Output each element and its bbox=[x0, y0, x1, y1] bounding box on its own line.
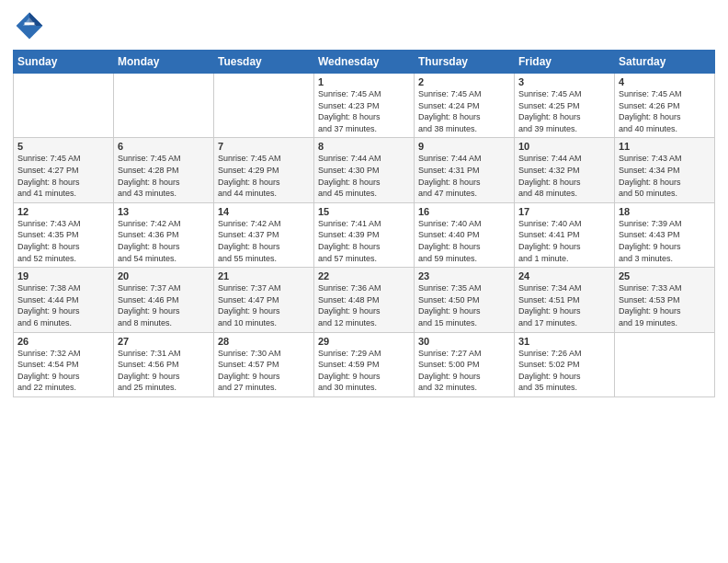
week-row-2: 5Sunrise: 7:45 AM Sunset: 4:27 PM Daylig… bbox=[14, 138, 715, 202]
day-number: 6 bbox=[118, 141, 210, 152]
day-cell: 14Sunrise: 7:42 AM Sunset: 4:37 PM Dayli… bbox=[214, 202, 314, 267]
day-cell: 6Sunrise: 7:45 AM Sunset: 4:28 PM Daylig… bbox=[114, 138, 214, 202]
day-info: Sunrise: 7:37 AM Sunset: 4:46 PM Dayligh… bbox=[118, 282, 210, 328]
day-number: 29 bbox=[318, 336, 410, 347]
day-cell: 7Sunrise: 7:45 AM Sunset: 4:29 PM Daylig… bbox=[214, 138, 314, 202]
day-cell: 8Sunrise: 7:44 AM Sunset: 4:30 PM Daylig… bbox=[314, 138, 415, 202]
day-number: 20 bbox=[118, 270, 210, 282]
day-cell: 10Sunrise: 7:44 AM Sunset: 4:32 PM Dayli… bbox=[515, 138, 615, 202]
day-number: 26 bbox=[17, 336, 109, 347]
day-info: Sunrise: 7:45 AM Sunset: 4:23 PM Dayligh… bbox=[318, 88, 410, 134]
day-info: Sunrise: 7:40 AM Sunset: 4:40 PM Dayligh… bbox=[418, 218, 510, 264]
day-info: Sunrise: 7:29 AM Sunset: 4:59 PM Dayligh… bbox=[318, 348, 410, 394]
day-info: Sunrise: 7:44 AM Sunset: 4:32 PM Dayligh… bbox=[518, 153, 610, 199]
day-header-tuesday: Tuesday bbox=[214, 51, 314, 74]
day-number: 25 bbox=[619, 270, 711, 282]
day-info: Sunrise: 7:44 AM Sunset: 4:30 PM Dayligh… bbox=[318, 153, 410, 199]
day-cell: 13Sunrise: 7:42 AM Sunset: 4:36 PM Dayli… bbox=[114, 202, 214, 267]
calendar-table: SundayMondayTuesdayWednesdayThursdayFrid… bbox=[13, 50, 715, 397]
day-number: 10 bbox=[518, 141, 610, 152]
day-number: 24 bbox=[518, 270, 610, 282]
day-cell: 15Sunrise: 7:41 AM Sunset: 4:39 PM Dayli… bbox=[314, 202, 415, 267]
day-info: Sunrise: 7:43 AM Sunset: 4:34 PM Dayligh… bbox=[619, 153, 711, 199]
day-cell: 25Sunrise: 7:33 AM Sunset: 4:53 PM Dayli… bbox=[615, 268, 715, 332]
day-info: Sunrise: 7:33 AM Sunset: 4:53 PM Dayligh… bbox=[619, 282, 711, 328]
day-cell: 22Sunrise: 7:36 AM Sunset: 4:48 PM Dayli… bbox=[314, 268, 415, 332]
day-cell bbox=[114, 74, 214, 138]
day-number: 8 bbox=[318, 141, 410, 152]
day-cell: 1Sunrise: 7:45 AM Sunset: 4:23 PM Daylig… bbox=[314, 74, 415, 138]
day-info: Sunrise: 7:38 AM Sunset: 4:44 PM Dayligh… bbox=[17, 282, 109, 328]
day-cell: 4Sunrise: 7:45 AM Sunset: 4:26 PM Daylig… bbox=[615, 74, 715, 138]
logo bbox=[13, 9, 50, 42]
day-header-wednesday: Wednesday bbox=[314, 51, 415, 74]
day-info: Sunrise: 7:41 AM Sunset: 4:39 PM Dayligh… bbox=[318, 218, 410, 264]
day-header-monday: Monday bbox=[114, 51, 214, 74]
day-info: Sunrise: 7:45 AM Sunset: 4:24 PM Dayligh… bbox=[418, 88, 510, 134]
page: SundayMondayTuesdayWednesdayThursdayFrid… bbox=[0, 0, 728, 563]
day-number: 27 bbox=[118, 336, 210, 347]
day-cell: 24Sunrise: 7:34 AM Sunset: 4:51 PM Dayli… bbox=[515, 268, 615, 332]
day-number: 12 bbox=[17, 206, 109, 217]
day-cell: 26Sunrise: 7:32 AM Sunset: 4:54 PM Dayli… bbox=[14, 332, 114, 396]
day-info: Sunrise: 7:44 AM Sunset: 4:31 PM Dayligh… bbox=[418, 153, 510, 199]
day-number: 3 bbox=[518, 76, 610, 87]
day-info: Sunrise: 7:40 AM Sunset: 4:41 PM Dayligh… bbox=[518, 218, 610, 264]
day-info: Sunrise: 7:45 AM Sunset: 4:27 PM Dayligh… bbox=[17, 153, 109, 199]
day-info: Sunrise: 7:27 AM Sunset: 5:00 PM Dayligh… bbox=[418, 348, 510, 394]
day-cell: 11Sunrise: 7:43 AM Sunset: 4:34 PM Dayli… bbox=[615, 138, 715, 202]
day-info: Sunrise: 7:36 AM Sunset: 4:48 PM Dayligh… bbox=[318, 282, 410, 328]
day-info: Sunrise: 7:37 AM Sunset: 4:47 PM Dayligh… bbox=[218, 282, 310, 328]
logo-icon bbox=[13, 9, 46, 42]
day-number: 18 bbox=[619, 206, 711, 217]
day-cell: 9Sunrise: 7:44 AM Sunset: 4:31 PM Daylig… bbox=[415, 138, 515, 202]
day-info: Sunrise: 7:32 AM Sunset: 4:54 PM Dayligh… bbox=[17, 348, 109, 394]
day-number: 21 bbox=[218, 270, 310, 282]
day-cell: 30Sunrise: 7:27 AM Sunset: 5:00 PM Dayli… bbox=[415, 332, 515, 396]
day-header-thursday: Thursday bbox=[415, 51, 515, 74]
day-header-friday: Friday bbox=[515, 51, 615, 74]
day-cell: 17Sunrise: 7:40 AM Sunset: 4:41 PM Dayli… bbox=[515, 202, 615, 267]
day-number: 22 bbox=[318, 270, 410, 282]
day-info: Sunrise: 7:45 AM Sunset: 4:29 PM Dayligh… bbox=[218, 153, 310, 199]
day-info: Sunrise: 7:45 AM Sunset: 4:26 PM Dayligh… bbox=[619, 88, 711, 134]
day-number: 15 bbox=[318, 206, 410, 217]
day-info: Sunrise: 7:42 AM Sunset: 4:37 PM Dayligh… bbox=[218, 218, 310, 264]
day-number: 19 bbox=[17, 270, 109, 282]
day-number: 23 bbox=[418, 270, 510, 282]
day-info: Sunrise: 7:34 AM Sunset: 4:51 PM Dayligh… bbox=[518, 282, 610, 328]
day-cell: 23Sunrise: 7:35 AM Sunset: 4:50 PM Dayli… bbox=[415, 268, 515, 332]
day-cell: 3Sunrise: 7:45 AM Sunset: 4:25 PM Daylig… bbox=[515, 74, 615, 138]
day-info: Sunrise: 7:31 AM Sunset: 4:56 PM Dayligh… bbox=[118, 348, 210, 394]
day-cell: 28Sunrise: 7:30 AM Sunset: 4:57 PM Dayli… bbox=[214, 332, 314, 396]
day-number: 17 bbox=[518, 206, 610, 217]
week-row-5: 26Sunrise: 7:32 AM Sunset: 4:54 PM Dayli… bbox=[14, 332, 715, 396]
header-row: SundayMondayTuesdayWednesdayThursdayFrid… bbox=[14, 51, 715, 74]
day-number: 30 bbox=[418, 336, 510, 347]
day-cell: 29Sunrise: 7:29 AM Sunset: 4:59 PM Dayli… bbox=[314, 332, 415, 396]
day-cell: 16Sunrise: 7:40 AM Sunset: 4:40 PM Dayli… bbox=[415, 202, 515, 267]
day-cell: 31Sunrise: 7:26 AM Sunset: 5:02 PM Dayli… bbox=[515, 332, 615, 396]
day-cell: 12Sunrise: 7:43 AM Sunset: 4:35 PM Dayli… bbox=[14, 202, 114, 267]
day-number: 31 bbox=[518, 336, 610, 347]
day-cell: 18Sunrise: 7:39 AM Sunset: 4:43 PM Dayli… bbox=[615, 202, 715, 267]
day-info: Sunrise: 7:35 AM Sunset: 4:50 PM Dayligh… bbox=[418, 282, 510, 328]
day-cell: 21Sunrise: 7:37 AM Sunset: 4:47 PM Dayli… bbox=[214, 268, 314, 332]
day-number: 1 bbox=[318, 76, 410, 87]
day-number: 4 bbox=[619, 76, 711, 87]
day-cell bbox=[214, 74, 314, 138]
day-info: Sunrise: 7:39 AM Sunset: 4:43 PM Dayligh… bbox=[619, 218, 711, 264]
header bbox=[13, 9, 715, 42]
day-info: Sunrise: 7:30 AM Sunset: 4:57 PM Dayligh… bbox=[218, 348, 310, 394]
day-cell bbox=[615, 332, 715, 396]
day-info: Sunrise: 7:43 AM Sunset: 4:35 PM Dayligh… bbox=[17, 218, 109, 264]
day-info: Sunrise: 7:45 AM Sunset: 4:25 PM Dayligh… bbox=[518, 88, 610, 134]
day-info: Sunrise: 7:26 AM Sunset: 5:02 PM Dayligh… bbox=[518, 348, 610, 394]
day-number: 14 bbox=[218, 206, 310, 217]
day-header-saturday: Saturday bbox=[615, 51, 715, 74]
day-cell: 2Sunrise: 7:45 AM Sunset: 4:24 PM Daylig… bbox=[415, 74, 515, 138]
day-header-sunday: Sunday bbox=[14, 51, 114, 74]
day-number: 2 bbox=[418, 76, 510, 87]
day-number: 5 bbox=[17, 141, 109, 152]
day-cell bbox=[14, 74, 114, 138]
